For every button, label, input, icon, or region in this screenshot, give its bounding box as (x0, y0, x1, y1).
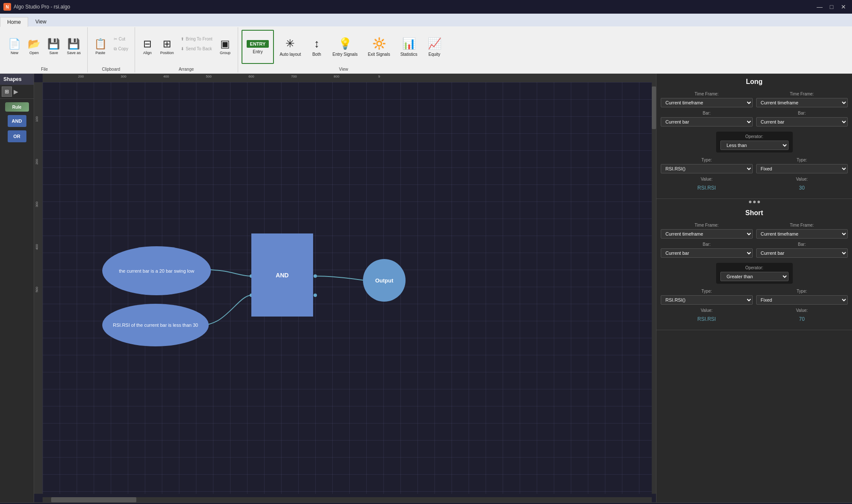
copy-label: Copy (118, 46, 128, 51)
save-as-button[interactable]: 💾 Save as (64, 30, 84, 64)
paste-icon: 📋 (94, 39, 107, 49)
position-label: Position (160, 51, 174, 55)
or-shape[interactable]: OR (8, 130, 26, 142)
long-value-label: Value: (661, 177, 753, 181)
save-button[interactable]: 💾 Save (44, 30, 63, 64)
short-operator-select[interactable]: Greater than Less than Equal to (720, 272, 789, 281)
view-group-label: View (238, 67, 449, 72)
short-type-select[interactable]: RSI.RSI() (661, 295, 753, 305)
minimize-button[interactable]: — (815, 2, 825, 12)
bring-front-button[interactable]: ⬆ Bring To Front (178, 35, 216, 44)
title-bar: N Algo Studio Pro - rsi.algo — □ ✕ (0, 0, 852, 14)
align-button[interactable]: ⊟ Align (138, 30, 156, 64)
app-logo: N (3, 3, 11, 11)
tab-view[interactable]: View (28, 17, 54, 26)
output-label: Output (375, 277, 394, 284)
rule-shape[interactable]: Rule (5, 102, 29, 112)
h-scrollbar-thumb[interactable] (51, 497, 136, 502)
tab-home[interactable]: Home (0, 17, 28, 27)
close-button[interactable]: ✕ (838, 2, 849, 12)
send-back-button[interactable]: ⬇ Send To Back (178, 44, 216, 54)
equity-icon: 📈 (428, 37, 441, 50)
ribbon-tabs: Home View (0, 14, 852, 26)
and-node[interactable]: AND (251, 233, 313, 317)
long-value-right-display[interactable]: 30 (756, 183, 848, 193)
align-label: Align (143, 51, 152, 55)
long-value-display[interactable]: RSI.RSI (661, 183, 753, 193)
sidebar-items: Rule AND OR (0, 99, 34, 146)
auto-layout-icon: ✳ (285, 37, 295, 50)
rsi-condition-node[interactable]: RSI.RSI of the current bar is less than … (102, 304, 209, 346)
send-back-label: Send To Back (186, 46, 212, 51)
long-type-right-select[interactable]: Fixed (756, 164, 848, 173)
entry-signals-button[interactable]: 💡 Entry Signals (328, 30, 362, 64)
ruler-v-300: 300 (35, 202, 39, 207)
canvas-wrapper[interactable]: 200 300 400 500 600 700 800 9 100 200 30… (34, 74, 656, 502)
short-type-right-select[interactable]: Fixed (756, 295, 848, 305)
panel-dots (656, 199, 852, 205)
open-label: Open (29, 51, 39, 55)
long-bar-row: Bar: Current bar Bar: Current bar (656, 109, 852, 128)
cut-copy-group: ✂ Cut ⧉ Copy (111, 35, 131, 60)
statistics-label: Statistics (400, 52, 417, 57)
long-bar-right-select[interactable]: Current bar (756, 117, 848, 127)
maximize-button[interactable]: □ (826, 2, 837, 12)
arrange-group-label: Arrange (135, 67, 238, 72)
ruler-h-500: 500 (206, 75, 211, 78)
align-icon: ⊟ (143, 39, 152, 49)
v-scrollbar-thumb[interactable] (652, 86, 656, 129)
ruler-h-600: 600 (248, 75, 254, 78)
rule-label: Rule (12, 105, 22, 109)
open-button[interactable]: 📂 Open (25, 30, 43, 64)
output-node[interactable]: Output (363, 259, 406, 302)
entry-button[interactable]: ENTRY Entry (242, 30, 274, 64)
both-button[interactable]: ↕ Both (306, 30, 327, 64)
short-value-display[interactable]: RSI.RSI (661, 314, 753, 324)
short-bar-left-col: Bar: Current bar (661, 242, 753, 258)
long-bar-select[interactable]: Current bar (661, 117, 753, 127)
long-operator-select[interactable]: Less than Greater than Equal to (720, 141, 789, 150)
exit-signals-icon: 🔆 (372, 37, 386, 50)
ribbon-group-arrange-inner: ⊟ Align ⊞ Position ⬆ Bring To Front ⬇ Se… (138, 28, 234, 72)
short-timeframe-row: Time Frame: Current timeframe Time Frame… (656, 221, 852, 240)
vertical-scrollbar[interactable] (652, 82, 656, 494)
equity-label: Equity (429, 52, 440, 57)
both-label: Both (312, 52, 321, 57)
short-timeframe-select[interactable]: Current timeframe (661, 229, 753, 239)
position-button[interactable]: ⊞ Position (157, 30, 177, 64)
long-bar-label: Bar: (661, 111, 753, 115)
long-type-select[interactable]: RSI.RSI() (661, 164, 753, 173)
short-timeframe-right-label: Time Frame: (756, 223, 848, 228)
short-section: Short Time Frame: Current timeframe Time… (656, 205, 852, 330)
group-button[interactable]: ▣ Group (216, 30, 234, 64)
short-bar-right-select[interactable]: Current bar (756, 248, 848, 258)
short-timeframe-right-select[interactable]: Current timeframe (756, 229, 848, 239)
auto-layout-button[interactable]: ✳ Auto layout (275, 30, 305, 64)
statistics-button[interactable]: 📊 Statistics (396, 30, 422, 64)
copy-icon: ⧉ (114, 46, 117, 52)
short-bar-select[interactable]: Current bar (661, 248, 753, 258)
cut-button[interactable]: ✂ Cut (111, 35, 131, 44)
horizontal-scrollbar[interactable] (43, 497, 652, 502)
both-icon: ↕ (314, 37, 320, 50)
short-value-right-display[interactable]: 70 (756, 314, 848, 324)
equity-button[interactable]: 📈 Equity (423, 30, 446, 64)
sidebar-item-or[interactable]: OR (8, 130, 26, 142)
exit-signals-button[interactable]: 🔆 Exit Signals (363, 30, 394, 64)
swing-low-node[interactable]: the current bar is a 20 bar swing low (102, 246, 211, 295)
paste-button[interactable]: 📋 Paste (91, 30, 110, 64)
short-operator-box: Operator: Greater than Less than Equal t… (716, 263, 793, 284)
sidebar-item-and[interactable]: AND (8, 115, 26, 127)
sidebar-grid-view[interactable]: ⊞ (2, 86, 12, 97)
long-timeframe-right-select[interactable]: Current timeframe (756, 98, 848, 107)
sidebar-expand-icon[interactable]: ▶ (14, 88, 18, 95)
ribbon-body: 📄 New 📂 Open 💾 Save 💾 Save as File (0, 26, 852, 73)
new-button[interactable]: 📄 New (5, 30, 24, 64)
ribbon-group-clipboard: 📋 Paste ✂ Cut ⧉ Copy Clipboard (88, 27, 135, 72)
and-shape[interactable]: AND (8, 115, 26, 127)
sidebar-item-rule[interactable]: Rule (5, 102, 29, 112)
copy-button[interactable]: ⧉ Copy (111, 44, 131, 54)
shapes-title: Shapes (3, 76, 22, 82)
long-timeframe-select[interactable]: Current timeframe (661, 98, 753, 107)
long-value-right-label: Value: (756, 177, 848, 181)
